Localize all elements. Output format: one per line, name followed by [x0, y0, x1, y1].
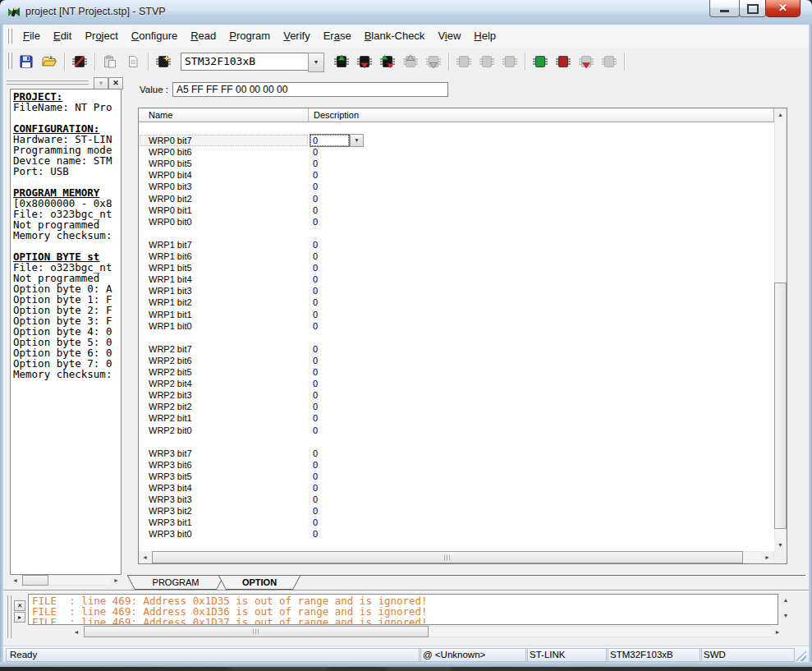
table-row[interactable]: WRP0 bit10	[139, 205, 771, 216]
scroll-left-icon[interactable]: ◄	[71, 626, 82, 637]
menu-project[interactable]: Project	[78, 25, 124, 48]
table-row[interactable]: WRP0 bit60	[139, 146, 771, 158]
device-select[interactable]: STM32F103xB ▼	[181, 53, 324, 71]
value-input[interactable]: A5 FF FF FF 00 00 00 00	[172, 82, 448, 97]
table-row[interactable]: WRP3 bit20	[139, 505, 771, 517]
table-row[interactable]: WRP1 bit10	[139, 309, 771, 320]
menu-configure[interactable]: Configure	[125, 25, 184, 48]
scrollbar-thumb[interactable]	[152, 551, 743, 563]
table-row[interactable]: WRP2 bit10	[139, 412, 771, 424]
menu-view[interactable]: View	[431, 25, 467, 48]
scroll-left-icon[interactable]: ◄	[10, 575, 21, 586]
title-bar[interactable]: project [NT Project.stp] - STVP ✕	[0, 0, 812, 25]
table-row[interactable]: WRP2 bit70	[139, 343, 771, 355]
edit-option-bytes-button[interactable]	[68, 50, 91, 73]
table-row[interactable]: WRP3 bit10	[139, 517, 771, 528]
table-row[interactable]: WRP1 bit50	[139, 262, 771, 273]
table-row[interactable]: WRP3 bit40	[139, 482, 771, 494]
info-panel-grip[interactable]	[7, 80, 89, 85]
scroll-right-icon[interactable]: ►	[111, 575, 122, 586]
scroll-down-icon[interactable]: ▼	[780, 609, 791, 621]
table-row[interactable]: WRP3 bit50	[139, 471, 771, 482]
table-row[interactable]: WRP0 bit30	[139, 181, 771, 192]
table-row[interactable]: WRP2 bit00	[139, 425, 771, 436]
table-row[interactable]: WRP2 bit40	[139, 378, 771, 389]
table-row[interactable]: WRP0 bit40	[139, 169, 771, 181]
table-row[interactable]: WRP2 bit50	[139, 366, 771, 378]
table-row[interactable]: WRP2 bit60	[139, 355, 771, 366]
info-panel-hscrollbar[interactable]: ◄ ►	[10, 575, 122, 586]
scrollbar-thumb[interactable]	[22, 575, 48, 586]
scroll-right-icon[interactable]: ►	[761, 551, 773, 563]
read-current-tab-button[interactable]	[330, 50, 353, 73]
output-log[interactable]: FILE : line 469: Address 0x1D35 is out o…	[28, 594, 778, 625]
project-info-panel[interactable]: PROJECT:FileName: NT Pro CONFIGURATION:H…	[10, 89, 122, 575]
table-row[interactable]: WRP3 bit70	[139, 448, 771, 459]
column-header-name[interactable]: Name	[139, 108, 309, 122]
info-panel-close-button[interactable]: ✕	[108, 77, 123, 90]
table-row[interactable]: WRP1 bit00	[139, 320, 771, 332]
output-close-button[interactable]: ✕	[14, 600, 25, 611]
device-select-dropdown-button[interactable]: ▼	[308, 53, 324, 72]
blank-check-device-button[interactable]	[529, 50, 552, 73]
verify-current-tab-button[interactable]	[376, 50, 399, 73]
bit-value-field[interactable]: 0	[310, 134, 350, 147]
menu-read[interactable]: Read	[184, 25, 222, 48]
table-row[interactable]: WRP2 bit30	[139, 389, 771, 401]
erase-device-button[interactable]	[552, 50, 575, 73]
table-row[interactable]: WRP2 bit20	[139, 401, 771, 412]
table-row[interactable]: WRP1 bit30	[139, 285, 771, 296]
tab-program-memory[interactable]: PROGRAM MEMORY	[127, 576, 224, 590]
table-hscrollbar[interactable]: ◄ ►	[139, 551, 774, 563]
save-button[interactable]	[15, 50, 38, 73]
info-line: Port: USB	[13, 166, 121, 177]
info-panel-menu-button[interactable]: ▼	[94, 77, 108, 90]
bit-value-combobox[interactable]: 0▼	[310, 134, 364, 147]
menu-edit[interactable]: Edit	[47, 25, 78, 48]
table-row[interactable]: WRP0 bit50	[139, 158, 771, 169]
maximize-button[interactable]	[739, 0, 766, 17]
menu-file[interactable]: File	[16, 25, 47, 48]
table-vscrollbar[interactable]: ▲ ▼	[774, 108, 787, 551]
table-row[interactable]: WRP0 bit70▼	[139, 135, 771, 146]
table-row[interactable]: WRP1 bit40	[139, 273, 771, 285]
close-button[interactable]: ✕	[765, 0, 801, 17]
output-vscrollbar[interactable]: ▲ ▼	[780, 594, 791, 625]
menu-erase[interactable]: Erase	[317, 25, 358, 48]
scrollbar-thumb[interactable]	[774, 283, 787, 529]
table-row[interactable]: WRP1 bit20	[139, 296, 771, 308]
combobox-dropdown-button[interactable]: ▼	[350, 134, 364, 147]
scroll-up-icon[interactable]: ▲	[780, 594, 791, 605]
blank-check-current-tab-button	[498, 50, 521, 73]
toolbar-grip[interactable]	[7, 53, 12, 69]
table-row[interactable]: WRP0 bit20	[139, 193, 771, 205]
resize-grip[interactable]	[796, 650, 806, 661]
scrollbar-thumb[interactable]	[84, 626, 429, 637]
menu-program[interactable]: Program	[222, 25, 277, 48]
output-pane-grip[interactable]	[7, 595, 11, 638]
open-button[interactable]	[38, 50, 61, 73]
menu-help[interactable]: Help	[467, 25, 502, 48]
scroll-right-icon[interactable]: ►	[772, 626, 783, 637]
scroll-up-icon[interactable]: ▲	[774, 108, 787, 121]
menu-grip[interactable]	[7, 29, 12, 44]
close-icon: ✕	[17, 603, 23, 609]
column-header-description[interactable]: Description	[309, 108, 774, 122]
table-row[interactable]: WRP1 bit70	[139, 239, 771, 250]
scroll-down-icon[interactable]: ▼	[774, 539, 787, 551]
table-row[interactable]: WRP3 bit30	[139, 494, 771, 505]
table-row[interactable]: WRP3 bit00	[139, 528, 771, 540]
tab-option-byte[interactable]: OPTION BYTE	[218, 576, 300, 590]
menu-blank-check[interactable]: Blank-Check	[358, 25, 432, 48]
device-select-value[interactable]: STM32F103xB	[181, 53, 308, 71]
scroll-left-icon[interactable]: ◄	[139, 551, 151, 563]
menu-verify[interactable]: Verify	[277, 25, 317, 48]
table-row[interactable]: WRP1 bit60	[139, 250, 771, 262]
table-row[interactable]: WRP0 bit00	[139, 216, 771, 227]
table-row[interactable]: WRP3 bit60	[139, 459, 771, 471]
select-device-button[interactable]	[152, 50, 175, 73]
minimize-button[interactable]	[709, 0, 740, 17]
output-next-button[interactable]: ▸	[14, 612, 25, 623]
program-current-tab-button[interactable]	[353, 50, 376, 73]
output-hscrollbar[interactable]: ◄ ►	[71, 626, 783, 637]
